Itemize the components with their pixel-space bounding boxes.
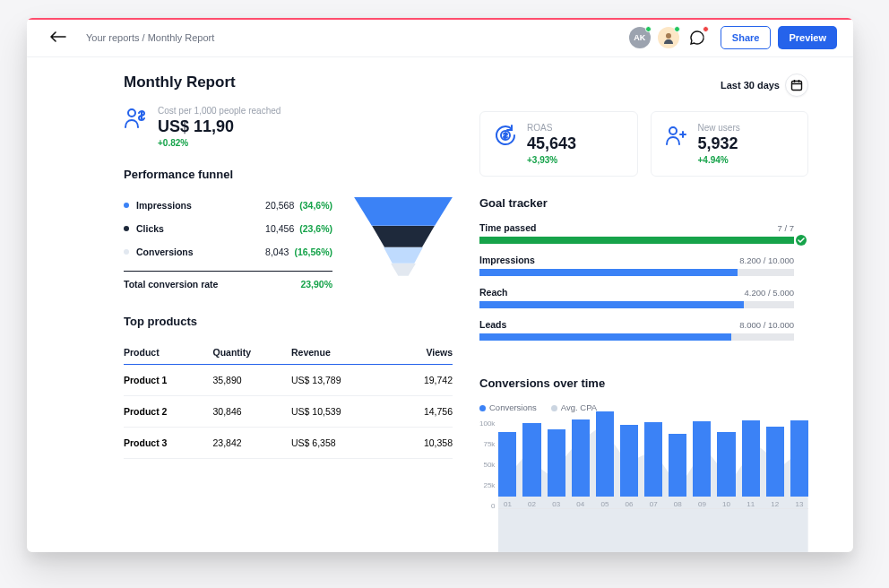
funnel-list: Impressions20,568 (34,6%)Clicks10,456 (2… [124,194,332,290]
kpi-roas: ROAS 45,643 +3,93% [479,111,638,177]
top-products-table: Product Quantity Revenue Views Product 1… [124,341,453,459]
col-revenue: Revenue [291,341,393,365]
legend-dot-icon [479,405,486,411]
funnel-row: Impressions20,568 (34,6%) [124,194,332,217]
avatar-user-1[interactable]: AK [629,27,651,48]
funnel-row: Clicks10,456 (23,6%) [124,217,332,240]
roas-icon [493,123,518,148]
bar: 11 [742,420,760,508]
check-icon [796,235,807,246]
kpi-label: New users [698,123,740,133]
products-title: Top products [124,315,453,328]
table-row: Product 230,846US$ 10,53914,756 [124,395,453,427]
svg-rect-2 [792,82,802,91]
kpi-value: 5,932 [698,134,740,153]
bar: 09 [693,421,711,508]
bar: 04 [572,419,590,508]
bar: 07 [644,422,662,508]
bar: 08 [669,434,686,508]
bar: 01 [498,432,516,508]
bar: 13 [790,420,808,508]
chart-legend: Conversions Avg. CPA [479,402,808,412]
kpi-label: ROAS [527,123,576,133]
status-dot-icon [645,26,652,32]
left-column: Monthly Report Cost per 1,000 people rea… [124,74,453,534]
share-button[interactable]: Share [721,26,772,49]
chat-icon[interactable] [686,27,708,48]
kpi-value: 45,643 [527,134,576,153]
funnel-chart [354,197,453,283]
kpi-delta: +3,93% [527,155,576,165]
right-column: Last 30 days ROAS 45,643 +3,93% [479,74,808,534]
col-quantity: Quantity [213,341,292,365]
user-plus-icon [664,123,689,148]
table-row: Product 323,842US$ 6,35810,358 [124,427,453,458]
status-dot-icon [674,26,680,32]
page-title: Monthly Report [124,74,236,91]
kpi-new-users: New users 5,932 +4.94% [651,111,809,177]
svg-point-0 [666,33,671,39]
notification-dot-icon [703,26,709,32]
goal-row: Impressions8.200 / 10.000 [479,255,794,276]
kpi-value: US$ 11,90 [158,117,281,136]
bar: 03 [548,429,565,508]
breadcrumb-parent: Your reports [86,32,140,43]
table-row: Product 135,890US$ 13,78919,742 [124,364,453,395]
kpi-delta: +0.82% [158,138,281,148]
funnel-title: Performance funnel [124,168,453,181]
preview-button[interactable]: Preview [778,26,837,49]
bar: 12 [766,427,784,508]
bar: 02 [522,423,540,508]
breadcrumb-current: Monthly Report [148,32,215,43]
legend-dot-icon [551,405,557,411]
kpi-delta: +4.94% [698,155,740,165]
person-dollar-icon [124,106,149,131]
chart-title: Conversions over time [479,376,808,390]
goals-title: Goal tracker [479,196,808,210]
goal-row: Reach4.200 / 5.000 [479,287,794,308]
svg-point-1 [128,109,135,117]
avatar-user-2[interactable] [658,27,679,48]
topbar: Your reports / Monthly Report AK Share P… [27,18,853,57]
svg-point-4 [669,127,677,134]
goal-row: Time passed7 / 7 [479,222,794,244]
goals-list: Time passed7 / 7 Impressions8.200 / 10.0… [479,222,808,351]
back-button[interactable] [43,26,73,49]
bar: 06 [620,425,638,508]
date-range-label: Last 30 days [721,80,780,91]
app-window: Your reports / Monthly Report AK Share P… [27,18,853,552]
conversions-chart: 100k75k50k25k0 0102030405060708091011121… [479,419,808,523]
calendar-button[interactable] [785,74,808,97]
col-views: Views [393,341,453,365]
kpi-cost-per-reach: Cost per 1,000 people reached US$ 11,90 … [124,106,453,148]
breadcrumb[interactable]: Your reports / Monthly Report [86,32,214,43]
bar: 05 [596,411,614,508]
goal-row: Leads8.000 / 10.000 [479,319,794,341]
funnel-row: Conversions8,043 (16,56%) [124,240,332,264]
kpi-label: Cost per 1,000 people reached [158,106,281,116]
col-product: Product [124,341,213,365]
bar: 10 [717,432,735,508]
